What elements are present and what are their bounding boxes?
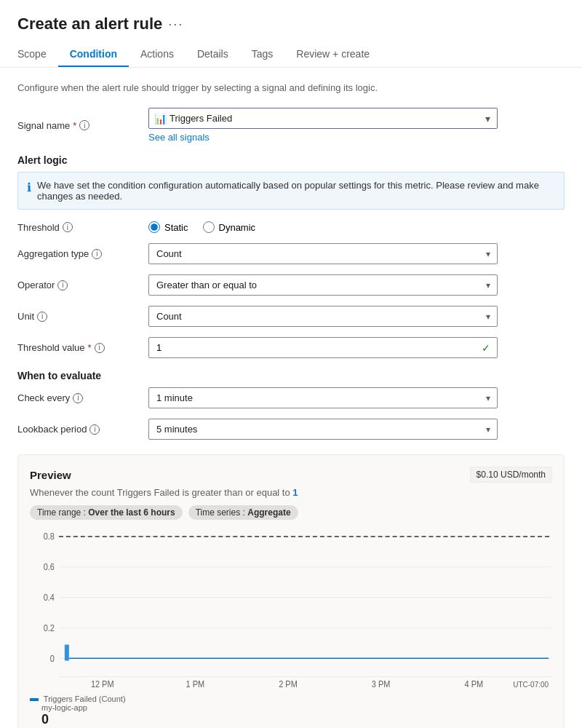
time-range-value: Over the last 6 hours (88, 507, 175, 518)
tab-tags[interactable]: Tags (240, 42, 285, 67)
page-title: Create an alert rule (17, 15, 162, 33)
operator-group: Operator i Greater than or equal to ▾ (17, 274, 565, 296)
content: Configure when the alert rule should tri… (0, 68, 582, 728)
tab-review-create[interactable]: Review + create (284, 42, 381, 67)
signal-name-group: Signal name * i 📊 Triggers Failed ▾ See … (17, 108, 565, 143)
check-every-control: 1 minute ▾ (148, 387, 498, 408)
preview-badges: Time range : Over the last 6 hours Time … (30, 505, 552, 520)
threshold-dynamic-radio[interactable] (203, 221, 215, 233)
threshold-value-input[interactable] (148, 337, 498, 358)
preview-box: Preview $0.10 USD/month Whenever the cou… (17, 454, 565, 728)
info-banner-text: We have set the condition configuration … (37, 180, 555, 202)
check-every-select[interactable]: 1 minute (148, 387, 498, 408)
ellipsis-icon[interactable]: ··· (168, 17, 183, 32)
lookback-control: 5 minutes ▾ (148, 419, 498, 440)
aggregation-label: Aggregation type i (17, 248, 148, 259)
preview-header: Preview $0.10 USD/month (30, 467, 552, 483)
operator-control: Greater than or equal to ▾ (148, 274, 498, 296)
threshold-info-icon[interactable]: i (63, 222, 73, 232)
aggregation-info-icon[interactable]: i (92, 249, 102, 259)
unit-label: Unit i (17, 311, 148, 322)
header: Create an alert rule ··· Scope Condition… (0, 0, 582, 68)
lookback-group: Lookback period i 5 minutes ▾ (17, 419, 565, 440)
info-banner-icon: ℹ (27, 181, 31, 194)
svg-rect-18 (65, 645, 69, 661)
signal-name-control: 📊 Triggers Failed ▾ See all signals (148, 108, 498, 143)
threshold-value-info-icon[interactable]: i (95, 343, 105, 353)
tab-details[interactable]: Details (186, 42, 240, 67)
lookback-info-icon[interactable]: i (89, 424, 100, 435)
preview-title: Preview (30, 469, 71, 481)
chart-svg: 0.8 0.6 0.4 0.2 0 12 PM 1 PM 2 PM 3 PM 4… (30, 529, 552, 689)
aggregation-control: Count ▾ (148, 243, 498, 264)
threshold-check-icon: ✓ (482, 342, 490, 354)
preview-description: Whenever the count Triggers Failed is gr… (30, 487, 552, 498)
see-all-signals-link[interactable]: See all signals (148, 132, 498, 143)
svg-text:0: 0 (50, 654, 55, 663)
tab-scope[interactable]: Scope (17, 42, 58, 67)
legend-name: Triggers Failed (Count) (44, 695, 126, 703)
svg-text:0.2: 0.2 (44, 623, 55, 633)
tab-condition[interactable]: Condition (58, 42, 129, 67)
unit-info-icon[interactable]: i (37, 312, 47, 322)
nav-tabs: Scope Condition Actions Details Tags Rev… (17, 42, 565, 67)
lookback-select[interactable]: 5 minutes (148, 419, 498, 440)
aggregation-group: Aggregation type i Count ▾ (17, 243, 565, 264)
threshold-value-label: Threshold value * i (17, 342, 148, 353)
chart-area: 0.8 0.6 0.4 0.2 0 12 PM 1 PM 2 PM 3 PM 4… (30, 529, 552, 689)
unit-group: Unit i Count ▾ (17, 306, 565, 327)
check-every-select-wrapper: 1 minute ▾ (148, 387, 498, 408)
preview-cost: $0.10 USD/month (470, 467, 552, 483)
threshold-value-group: Threshold value * i ✓ (17, 337, 565, 358)
aggregation-select[interactable]: Count (148, 243, 498, 264)
preview-threshold-value: 1 (292, 487, 298, 498)
threshold-dynamic-label: Dynamic (219, 222, 256, 233)
svg-text:0.4: 0.4 (44, 593, 55, 603)
legend-color-swatch (30, 698, 39, 701)
operator-select[interactable]: Greater than or equal to (148, 274, 498, 296)
signal-name-info-icon[interactable]: i (79, 120, 89, 130)
threshold-value-control: ✓ (148, 337, 498, 358)
svg-text:1 PM: 1 PM (186, 679, 205, 689)
svg-text:UTC-07:00: UTC-07:00 (513, 680, 549, 689)
tab-actions[interactable]: Actions (129, 42, 186, 67)
unit-select-wrapper: Count ▾ (148, 306, 498, 327)
check-every-info-icon[interactable]: i (73, 393, 83, 403)
threshold-group: Threshold i Static Dynamic (17, 221, 565, 233)
lookback-label: Lookback period i (17, 424, 148, 435)
signal-name-select[interactable]: Triggers Failed (148, 108, 498, 129)
aggregation-select-wrapper: Count ▾ (148, 243, 498, 264)
time-range-label: Time range : (37, 507, 86, 518)
operator-label: Operator i (17, 280, 148, 290)
unit-control: Count ▾ (148, 306, 498, 327)
time-series-value: Aggregate (247, 507, 290, 518)
threshold-static-label: Static (164, 222, 188, 233)
check-every-label: Check every i (17, 392, 148, 403)
alert-logic-title: Alert logic (17, 154, 565, 166)
signal-chart-icon: 📊 (154, 113, 167, 124)
unit-select[interactable]: Count (148, 306, 498, 327)
time-series-badge[interactable]: Time series : Aggregate (188, 505, 298, 520)
svg-text:12 PM: 12 PM (91, 679, 114, 689)
check-every-group: Check every i 1 minute ▾ (17, 387, 565, 408)
page-container: Create an alert rule ··· Scope Condition… (0, 0, 582, 728)
required-marker: * (73, 120, 76, 131)
svg-text:2 PM: 2 PM (279, 679, 298, 689)
legend-item: Triggers Failed (Count) (30, 695, 552, 703)
threshold-label: Threshold i (17, 222, 148, 233)
svg-text:3 PM: 3 PM (372, 679, 391, 689)
threshold-dynamic-option[interactable]: Dynamic (203, 221, 256, 233)
threshold-required-marker: * (88, 342, 92, 353)
operator-select-wrapper: Greater than or equal to ▾ (148, 274, 498, 296)
threshold-static-radio[interactable] (148, 221, 160, 233)
time-range-badge[interactable]: Time range : Over the last 6 hours (30, 505, 183, 520)
signal-name-label: Signal name * i (17, 120, 148, 131)
operator-info-icon[interactable]: i (57, 280, 68, 290)
threshold-static-option[interactable]: Static (148, 221, 188, 233)
threshold-options: Static Dynamic (148, 221, 498, 233)
chart-legend: Triggers Failed (Count) my-logic-app 0 (30, 695, 552, 727)
svg-text:0.6: 0.6 (44, 563, 55, 572)
svg-text:4 PM: 4 PM (465, 679, 484, 689)
when-to-evaluate-title: When to evaluate (17, 370, 565, 381)
page-description: Configure when the alert rule should tri… (17, 82, 565, 93)
